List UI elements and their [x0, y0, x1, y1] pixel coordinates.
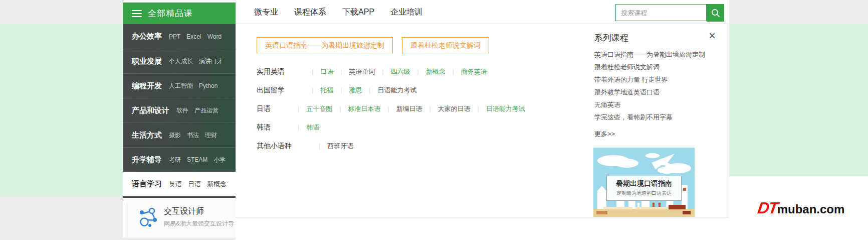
sidebar-subcategory-link[interactable]: 软件: [176, 106, 188, 115]
gray-background-left-bottom: [0, 196, 123, 240]
search-input[interactable]: [615, 4, 707, 21]
sidebar-category-title: 职业发展: [132, 57, 162, 66]
course-category-link[interactable]: 韩语: [306, 123, 319, 132]
category-row: 韩语|韩语: [257, 118, 525, 137]
sidebar-subcategory-link[interactable]: PPT: [169, 33, 180, 40]
category-row: 日语|五十音图|标准日本语|新编日语|大家的日语|日语能力考试: [257, 99, 525, 118]
banner-text-box: 暑期出境口语指南 定制最为地道的口语表达: [606, 176, 682, 201]
dtmuban-logo: DT muban.com: [758, 199, 844, 217]
category-row-label: 出国留学: [257, 86, 285, 95]
separator: |: [312, 87, 313, 94]
promo-card-interaction-designer[interactable]: 交互设计师 网易&浙大最强交互设计导: [123, 198, 236, 237]
topnav-link[interactable]: 课程体系: [294, 7, 326, 18]
hamburger-menu-icon: [132, 8, 142, 19]
separator: |: [387, 105, 389, 112]
sidebar-subcategory-link[interactable]: 书法: [187, 131, 199, 140]
sidebar-subcategory-link[interactable]: STEAM: [187, 156, 207, 163]
sidebar-bottom-divider: [123, 196, 236, 198]
sidebar-subcategory-link[interactable]: 日语: [188, 180, 201, 189]
category-row: 其他小语种|西班牙语: [257, 137, 525, 155]
series-course-link[interactable]: 跟着杜松老师说文解词: [594, 61, 705, 73]
course-category-link[interactable]: 西班牙语: [327, 142, 353, 151]
sidebar-subcategory-link[interactable]: 新概念: [207, 180, 227, 189]
topnav-link[interactable]: 企业培训: [390, 7, 422, 18]
separator: |: [339, 105, 341, 112]
banner-subtitle: 定制最为地道的口语表达: [607, 190, 681, 197]
promo-card-subtitle: 网易&浙大最强交互设计导: [164, 219, 234, 228]
language-learning-flyout-panel: 英语口语指南——为暑期出境旅游定制 跟着杜松老师说文解词 实用英语|口语|英语单…: [236, 24, 729, 217]
course-category-link[interactable]: 托福: [320, 86, 333, 95]
sidebar-category-row[interactable]: 升学辅导考研STEAM小学: [123, 147, 236, 172]
course-category-link[interactable]: 商务英语: [461, 67, 487, 76]
separator: |: [429, 105, 430, 112]
sidebar-subcategory-link[interactable]: 演讲口才: [199, 57, 223, 66]
category-row-label: 韩语: [257, 123, 271, 132]
sidebar-category-title: 产品和设计: [132, 106, 169, 115]
course-category-link[interactable]: 五十音图: [306, 104, 332, 113]
sidebar-subcategory-link[interactable]: 人工智能: [169, 82, 193, 90]
separator: |: [319, 143, 320, 150]
topnav-links: 微专业课程体系下载APP企业培训: [254, 0, 422, 24]
topnav-link[interactable]: 下载APP: [342, 7, 374, 18]
sidebar-subcategory-link[interactable]: 理财: [205, 131, 217, 140]
sidebar-category-title: 升学辅导: [132, 155, 162, 165]
promo-card-bottom-strip: [123, 237, 236, 240]
featured-buttons: 英语口语指南——为暑期出境旅游定制 跟着杜松老师说文解词: [257, 37, 489, 54]
featured-course-button[interactable]: 英语口语指南——为暑期出境旅游定制: [257, 37, 393, 54]
sidebar-category-row[interactable]: 编程开发人工智能Python: [123, 73, 236, 98]
category-row-label: 日语: [257, 104, 271, 113]
dtmuban-logo-red: DT: [756, 199, 778, 217]
sidebar-categories: 办公效率PPTExcelWord职业发展个人成长演讲口才编程开发人工智能Pyth…: [123, 24, 236, 196]
series-list: 英语口语指南——为暑期出境旅游定制跟着杜松老师说文解词带着外语的力量 行走世界跟…: [594, 48, 705, 124]
search-button[interactable]: [707, 4, 724, 22]
course-category-link[interactable]: 日语能力考试: [486, 104, 525, 113]
sidebar-category-row[interactable]: 办公效率PPTExcelWord: [123, 24, 236, 49]
featured-course-button[interactable]: 跟着杜松老师说文解词: [402, 37, 489, 54]
category-rows: 实用英语|口语|英语单词|四六级|新概念|商务英语出国留学|托福|雅思|日语能力…: [257, 62, 525, 155]
course-category-link[interactable]: 大家的日语: [438, 104, 471, 113]
series-course-link[interactable]: 跟外教学地道英语口语: [594, 86, 705, 98]
sidebar-category-title: 语言学习: [132, 179, 162, 189]
sidebar-subcategory-link[interactable]: 摄影: [169, 131, 181, 140]
sidebar-subcategory-link[interactable]: 英语: [169, 180, 182, 189]
all-courses-menu-button[interactable]: 全部精品课: [123, 3, 236, 24]
separator: |: [478, 105, 479, 112]
topnav-link[interactable]: 微专业: [254, 7, 278, 18]
series-course-link[interactable]: 无痛英语: [594, 98, 705, 111]
sidebar-subcategory-link[interactable]: Excel: [186, 33, 201, 40]
separator: |: [340, 68, 342, 75]
sidebar-category-title: 办公效率: [132, 32, 162, 41]
sidebar-category-row[interactable]: 职业发展个人成长演讲口才: [123, 49, 236, 73]
separator: |: [369, 87, 370, 94]
course-category-link[interactable]: 新编日语: [396, 104, 422, 113]
close-icon[interactable]: ×: [709, 30, 716, 42]
course-category-link[interactable]: 口语: [320, 67, 333, 76]
separator: |: [298, 124, 299, 131]
page: 微专业课程体系下载APP企业培训 全部精品课 办公效率PPTExcelWord职…: [0, 0, 868, 240]
course-category-link[interactable]: 雅思: [349, 86, 362, 95]
course-category-link[interactable]: 标准日本语: [348, 104, 380, 113]
series-course-link[interactable]: 带着外语的力量 行走世界: [594, 73, 705, 86]
dtmuban-logo-black: muban.com: [777, 202, 845, 216]
sidebar-subcategory-link[interactable]: 小学: [213, 156, 226, 164]
sidebar-subcategory-link[interactable]: 考研: [169, 156, 181, 164]
sidebar-category-row[interactable]: 语言学习英语日语新概念: [123, 172, 236, 196]
series-course-link[interactable]: 英语口语指南——为暑期出境旅游定制: [594, 48, 705, 61]
series-course-link[interactable]: 学完这些，看韩剧不用字幕: [594, 111, 705, 124]
summer-speaking-banner[interactable]: 暑期出境口语指南 定制最为地道的口语表达: [593, 148, 695, 217]
mint-background-right: [729, 24, 868, 176]
sidebar-subcategory-link[interactable]: 产品运营: [194, 106, 219, 115]
course-category-link[interactable]: 新概念: [426, 67, 446, 76]
course-category-link[interactable]: 日语能力考试: [377, 86, 416, 95]
sidebar-subcategory-link[interactable]: 个人成长: [169, 57, 193, 66]
sidebar-category-row[interactable]: 产品和设计软件产品运营: [123, 98, 236, 123]
sidebar-subcategory-link[interactable]: Python: [199, 82, 218, 89]
series-more-link[interactable]: 更多>>: [594, 130, 615, 139]
course-category-link[interactable]: 英语单词: [349, 67, 375, 76]
category-row-label: 其他小语种: [257, 142, 292, 151]
sidebar-category-title: 生活方式: [132, 131, 162, 140]
category-row: 出国留学|托福|雅思|日语能力考试: [257, 81, 525, 99]
sidebar-category-row[interactable]: 生活方式摄影书法理财: [123, 123, 236, 147]
sidebar-subcategory-link[interactable]: Word: [207, 33, 222, 40]
course-category-link[interactable]: 四六级: [390, 67, 410, 76]
